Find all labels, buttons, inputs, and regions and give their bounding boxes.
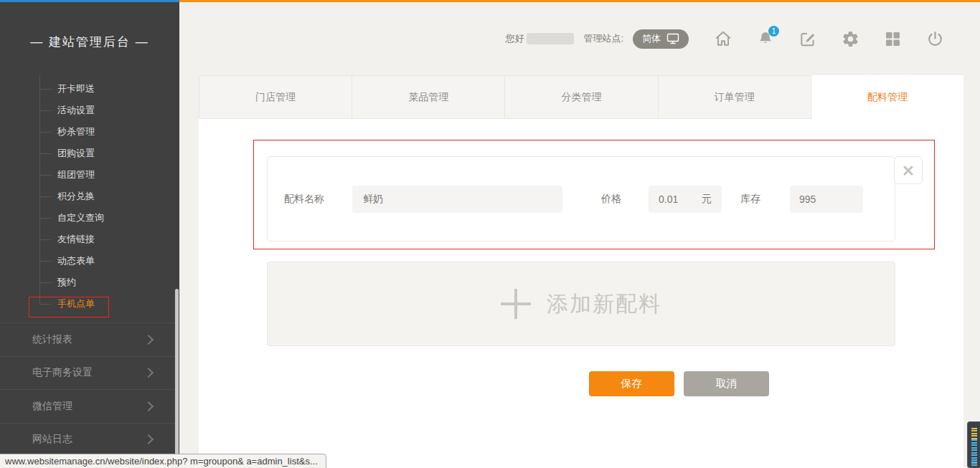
- site-label: 管理站点:: [583, 32, 623, 45]
- section-label: 网站日志: [32, 433, 72, 446]
- bell-icon[interactable]: 1: [756, 29, 775, 48]
- site-value: 简体: [642, 32, 661, 45]
- sidebar-item-card-gift[interactable]: 开卡即送: [0, 78, 179, 100]
- sidebar-item-dynamic-form[interactable]: 动态表单: [0, 250, 179, 272]
- greeting-text: 您好: [505, 32, 524, 45]
- gear-icon[interactable]: [841, 29, 859, 48]
- sidebar-item-groupbuy[interactable]: 团购设置: [0, 143, 179, 164]
- main-content: 配料名称 鲜奶 价格 0.01 元 库存 995 添加新配料 保存 取消: [199, 119, 963, 468]
- sidebar-sections: 统计报表 电子商务设置 微信管理 网站日志: [0, 323, 179, 456]
- add-ingredient-label: 添加新配料: [547, 290, 661, 319]
- plus-icon: [501, 289, 531, 319]
- stock-label: 库存: [740, 193, 760, 206]
- section-label: 微信管理: [32, 400, 72, 413]
- tab-ingredient-management[interactable]: 配料管理: [811, 75, 963, 119]
- tab-order-management[interactable]: 订单管理: [658, 75, 811, 119]
- sidebar-item-custom-query[interactable]: 自定义查询: [0, 207, 179, 229]
- save-button[interactable]: 保存: [589, 371, 674, 396]
- tab-bar: 门店管理 菜品管理 分类管理 订单管理 配料管理: [199, 75, 963, 119]
- system-meter-widget: [967, 421, 980, 468]
- meter-cyan-segments: [971, 439, 977, 467]
- price-input[interactable]: 0.01 元: [649, 186, 722, 213]
- price-label: 价格: [601, 193, 621, 206]
- header: 您好 管理站点: 简体 1: [179, 2, 980, 75]
- sidebar-item-reservation[interactable]: 预约: [0, 272, 179, 293]
- name-label: 配料名称: [284, 193, 324, 206]
- home-icon[interactable]: [714, 29, 732, 48]
- app-title: — 建站管理后台 —: [0, 34, 179, 50]
- tab-category-management[interactable]: 分类管理: [504, 75, 658, 119]
- username-redacted: [527, 33, 574, 44]
- page: { "app": { "title": "— 建站管理后台 —" }, "sid…: [0, 0, 980, 468]
- sidebar-item-links[interactable]: 友情链接: [0, 229, 179, 250]
- header-icon-bar: 1: [714, 29, 944, 48]
- name-input[interactable]: 鲜奶: [352, 186, 562, 213]
- chevron-right-icon: [143, 401, 154, 411]
- chevron-right-icon: [143, 434, 154, 444]
- sidebar-item-team[interactable]: 组团管理: [0, 164, 179, 186]
- price-value: 0.01: [659, 194, 678, 205]
- compose-icon[interactable]: [798, 29, 817, 48]
- cancel-button[interactable]: 取消: [684, 371, 769, 396]
- notification-badge: 1: [768, 26, 779, 37]
- sidebar-scrollbar[interactable]: [175, 289, 179, 464]
- tab-store-management[interactable]: 门店管理: [199, 75, 352, 119]
- chevron-right-icon: [143, 335, 154, 345]
- sidebar-section-wechat[interactable]: 微信管理: [0, 389, 179, 423]
- remove-ingredient-button[interactable]: [894, 156, 923, 184]
- link-preview-statusbar: www.websitemanage.cn/website/index.php? …: [0, 454, 326, 468]
- sidebar-item-points[interactable]: 积分兑换: [0, 186, 179, 207]
- sidebar-item-flash-sale[interactable]: 秒杀管理: [0, 121, 179, 143]
- ingredient-card: 配料名称 鲜奶 价格 0.01 元 库存 995: [267, 156, 895, 242]
- sidebar-section-site-log[interactable]: 网站日志: [0, 423, 179, 457]
- add-ingredient-button[interactable]: 添加新配料: [267, 262, 895, 346]
- chevron-right-icon: [143, 368, 154, 378]
- sidebar-section-statistics[interactable]: 统计报表: [0, 323, 179, 356]
- apps-grid-icon[interactable]: [883, 29, 902, 48]
- stock-value: 995: [799, 194, 816, 205]
- close-icon: [902, 164, 915, 177]
- name-value: 鲜奶: [363, 193, 383, 206]
- sidebar-section-ecommerce[interactable]: 电子商务设置: [0, 356, 179, 390]
- sidebar: — 建站管理后台 — 开卡即送 活动设置 秒杀管理 团购设置 组团管理 积分兑换…: [0, 2, 179, 468]
- tab-dish-management[interactable]: 菜品管理: [352, 75, 505, 119]
- site-selector[interactable]: 简体: [633, 29, 689, 49]
- meter-yellow-segments: [971, 428, 977, 439]
- active-item-highlight-box: [29, 297, 109, 317]
- monitor-icon: [666, 33, 679, 44]
- power-icon[interactable]: [925, 29, 944, 48]
- stock-input[interactable]: 995: [790, 186, 863, 213]
- section-label: 统计报表: [32, 333, 72, 346]
- section-label: 电子商务设置: [32, 366, 93, 379]
- sidebar-item-activity[interactable]: 活动设置: [0, 100, 179, 121]
- price-unit: 元: [702, 193, 712, 206]
- sidebar-menu: 开卡即送 活动设置 秒杀管理 团购设置 组团管理 积分兑换 自定义查询 友情链接…: [0, 78, 179, 315]
